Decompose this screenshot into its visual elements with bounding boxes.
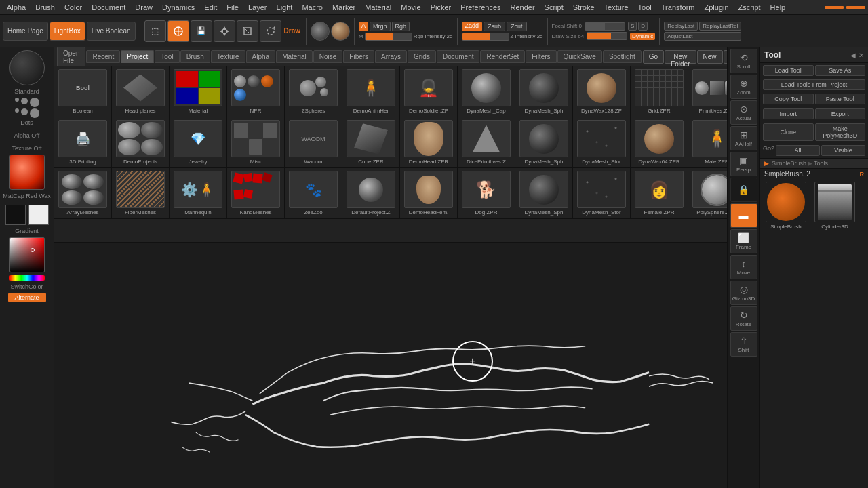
- list-item[interactable]: NPR: [227, 66, 285, 117]
- tab-texture[interactable]: Texture: [211, 50, 245, 63]
- menu-item-macro[interactable]: Macro: [298, 2, 327, 13]
- list-item[interactable]: Material: [170, 66, 227, 117]
- list-item[interactable]: 🐕 Dog.ZPR: [458, 168, 515, 218]
- tab-quicksave[interactable]: QuickSave: [557, 50, 602, 63]
- menu-item-stroke[interactable]: Stroke: [569, 2, 599, 13]
- clone-btn[interactable]: Clone: [763, 123, 814, 141]
- aahalf-btn[interactable]: ⊞ AAHalf: [730, 126, 757, 150]
- tool-expand-btn[interactable]: ◀: [850, 52, 856, 59]
- menu-item-preferences[interactable]: Preferences: [456, 2, 505, 13]
- tab-alpha[interactable]: Alpha: [246, 50, 276, 63]
- canvas-area[interactable]: +: [54, 243, 727, 488]
- menu-item-render[interactable]: Render: [507, 2, 539, 13]
- list-item[interactable]: Bool Boolean: [54, 66, 112, 117]
- load-tool-btn[interactable]: Load Tool: [763, 65, 814, 76]
- list-item[interactable]: DefaultProject.Z: [342, 168, 400, 218]
- menu-item-light[interactable]: Light: [273, 2, 297, 13]
- list-item[interactable]: NanoMeshes: [227, 168, 285, 218]
- list-item[interactable]: 🧍 DemoAnimHer: [342, 66, 400, 117]
- draw-btn[interactable]: [167, 20, 189, 42]
- replay-last-rel-btn[interactable]: ReplayLastRel: [699, 22, 741, 30]
- d-btn[interactable]: D: [638, 22, 648, 30]
- menu-item-dynamics[interactable]: Dynamics: [158, 2, 199, 13]
- save-btn[interactable]: 💾: [191, 20, 212, 42]
- tab-noise[interactable]: Noise: [313, 50, 343, 63]
- tab-tool[interactable]: Tool: [155, 50, 179, 63]
- alpha-picker[interactable]: [311, 22, 330, 41]
- make-polymesh-btn[interactable]: Make PolyMesh3D: [815, 123, 866, 141]
- fg-color[interactable]: [5, 205, 26, 225]
- menu-item-draw[interactable]: Draw: [131, 2, 157, 13]
- menu-item-transform[interactable]: Transform: [657, 2, 699, 13]
- select-rect-btn[interactable]: ⬚: [144, 20, 166, 42]
- import-btn[interactable]: Import: [763, 108, 814, 119]
- matcap-preview[interactable]: [9, 155, 45, 190]
- list-item[interactable]: 👩 Female.ZPR: [631, 168, 688, 218]
- tool-section-header[interactable]: ▶ SimpleBrush ▶ Tools: [760, 158, 868, 169]
- menu-item-marker[interactable]: Marker: [328, 2, 359, 13]
- menu-item-zscript[interactable]: Zscript: [734, 2, 765, 13]
- menu-item-edit[interactable]: Edit: [200, 2, 221, 13]
- list-item[interactable]: WACOM Wacom: [285, 117, 342, 167]
- copy-tool-btn[interactable]: Copy Tool: [763, 94, 814, 104]
- list-item[interactable]: DemoProjects: [112, 117, 170, 167]
- zsub-btn[interactable]: Zsub: [484, 22, 505, 31]
- persp-btn[interactable]: ▣ Persp: [730, 152, 757, 176]
- scroll-btn[interactable]: ⟲ Scroll: [730, 49, 757, 73]
- list-item[interactable]: ⚙️🧍 Mannequin: [170, 168, 227, 218]
- material-picker[interactable]: [331, 22, 350, 41]
- list-item[interactable]: 💂 DemoSoldier.ZP: [400, 66, 458, 117]
- visible-btn[interactable]: Visible: [821, 145, 865, 156]
- list-item[interactable]: Cube.ZPR: [342, 117, 400, 167]
- list-item[interactable]: DynaMesh_Sph: [515, 66, 573, 117]
- menu-item-layer[interactable]: Layer: [244, 2, 271, 13]
- list-item[interactable]: 🧍 Male.ZPR: [688, 117, 727, 167]
- list-item[interactable]: DemoHead.ZPR: [400, 117, 458, 167]
- menu-item-material[interactable]: Material: [361, 2, 395, 13]
- rotate-btn[interactable]: ↻ Rotate: [730, 306, 757, 331]
- tab-filters[interactable]: Filters: [526, 50, 556, 63]
- actual-btn[interactable]: ⊙ Actual: [730, 100, 757, 125]
- menu-item-brush[interactable]: Brush: [31, 2, 59, 13]
- list-item[interactable]: DynaMesh_Stor: [573, 117, 631, 167]
- list-item[interactable]: Primitives.ZPR: [688, 66, 727, 117]
- tab-document[interactable]: Document: [437, 50, 480, 63]
- tab-renderset[interactable]: RenderSet: [480, 50, 525, 63]
- tab-open-file[interactable]: Open File: [57, 47, 85, 67]
- adjust-last-btn[interactable]: AdjustLast: [664, 32, 741, 41]
- tab-arrays[interactable]: Arrays: [375, 50, 407, 63]
- list-item[interactable]: Head planes: [112, 66, 170, 117]
- zcut-btn[interactable]: Zcut: [507, 22, 527, 31]
- list-item[interactable]: 🐾 ZeeZoo: [285, 168, 342, 218]
- gizmo3d-btn[interactable]: ◎ Gizmo3D: [730, 281, 757, 305]
- focal-slider[interactable]: [585, 22, 625, 30]
- menu-item-texture[interactable]: Texture: [600, 2, 633, 13]
- list-item[interactable]: DynaWax64.ZPR: [631, 117, 688, 167]
- lock-btn[interactable]: 🔒: [730, 178, 757, 202]
- menu-item-movie[interactable]: Movie: [397, 2, 425, 13]
- home-page-tab[interactable]: Home Page: [3, 22, 48, 41]
- tab-recent[interactable]: Recent: [86, 50, 120, 63]
- tab-brush[interactable]: Brush: [180, 50, 210, 63]
- z-intensity-slider[interactable]: [462, 33, 509, 41]
- menu-item-color[interactable]: Color: [60, 2, 86, 13]
- list-item[interactable]: Misc: [227, 117, 285, 167]
- list-item[interactable]: DicePrimitives.Z: [458, 117, 515, 167]
- move-btn[interactable]: ↕ Move: [730, 255, 757, 279]
- dynamic-btn[interactable]: Dynamic: [630, 33, 655, 40]
- menu-item-tool[interactable]: Tool: [634, 2, 656, 13]
- rotate-btn[interactable]: [260, 20, 281, 42]
- list-item[interactable]: DynaMesh_Stor: [573, 168, 631, 218]
- list-item[interactable]: 💎 Jewelry: [170, 117, 227, 167]
- move-btn[interactable]: [214, 20, 235, 42]
- frame-btn[interactable]: ⬜ Frame: [730, 229, 757, 253]
- s-btn[interactable]: S: [628, 22, 637, 30]
- menu-item-zplugin[interactable]: Zplugin: [701, 2, 733, 13]
- zoom-btn[interactable]: ⊕ Zoom: [730, 75, 757, 99]
- rgb-intensity-slider[interactable]: [365, 33, 412, 41]
- new-btn[interactable]: New: [697, 50, 723, 64]
- tool-item-cylinder3d[interactable]: Cylinder3D: [812, 182, 858, 230]
- go-btn[interactable]: Go: [643, 50, 664, 64]
- tab-project[interactable]: Project: [121, 50, 154, 63]
- zadd-btn[interactable]: Zadd: [462, 22, 483, 31]
